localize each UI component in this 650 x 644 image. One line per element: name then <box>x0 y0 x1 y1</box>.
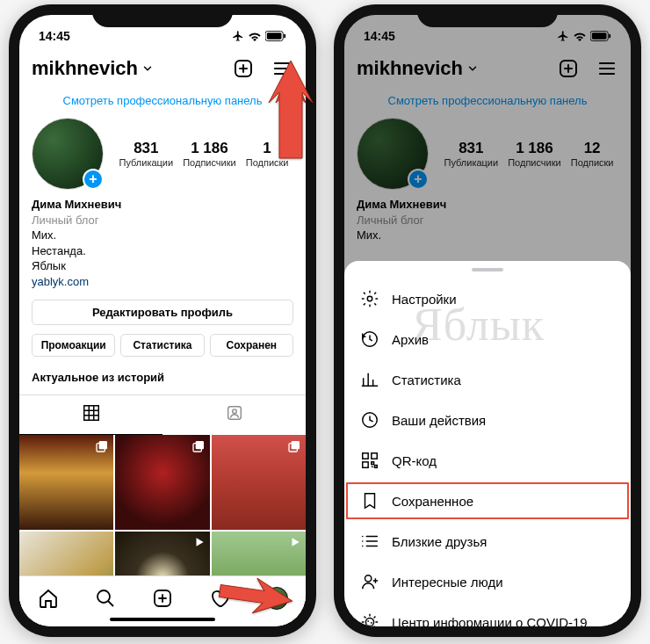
menu-activity[interactable]: Ваши действия <box>344 400 631 440</box>
screen-right: 14:45 mikhnevich <box>344 15 631 626</box>
svg-rect-21 <box>363 453 368 459</box>
hamburger-icon <box>596 58 618 79</box>
menu-discover[interactable]: Интересные люди <box>344 561 631 602</box>
plus-square-icon <box>152 588 173 609</box>
profile-header: mikhnevich <box>344 50 631 89</box>
menu-saved[interactable]: Сохраненное <box>344 481 631 521</box>
status-time: 14:45 <box>364 29 395 43</box>
wifi-icon <box>248 31 262 41</box>
add-story-icon[interactable]: + <box>83 169 104 190</box>
wifi-icon <box>573 31 587 41</box>
username-text: mikhnevich <box>357 57 463 80</box>
hamburger-menu-button[interactable] <box>271 57 293 80</box>
svg-rect-8 <box>195 441 203 449</box>
avatar[interactable]: + <box>357 118 429 190</box>
svg-point-12 <box>98 590 110 603</box>
tab-grid[interactable] <box>19 395 162 435</box>
pro-dashboard-link[interactable]: Смотреть профессиональную панель <box>344 89 631 114</box>
menu-qr[interactable]: QR-код <box>344 440 631 481</box>
stat-posts[interactable]: 831 Публикации <box>119 140 174 168</box>
bio-line: Нестанда. <box>32 243 293 259</box>
svg-point-18 <box>367 296 372 301</box>
username-dropdown[interactable]: mikhnevich <box>32 57 154 80</box>
battery-icon <box>265 31 286 41</box>
view-tabs <box>19 394 306 435</box>
menu-label: Ваши действия <box>392 413 486 428</box>
tab-tagged[interactable] <box>162 395 306 435</box>
status-icons <box>232 30 286 42</box>
tab-promo[interactable]: Промоакции <box>32 334 115 357</box>
avatar[interactable]: + <box>32 118 104 190</box>
tab-saved[interactable]: Сохранен <box>210 334 293 357</box>
screen-left: 14:45 mikhnevich <box>19 15 306 626</box>
stat-following[interactable]: 1 Подписки <box>246 140 289 168</box>
menu-label: Интересные люди <box>392 575 503 590</box>
svg-rect-10 <box>292 441 300 449</box>
gear-icon <box>360 289 379 308</box>
nav-profile[interactable] <box>265 587 288 610</box>
list-icon <box>360 532 379 551</box>
menu-covid[interactable]: Центр информации о COVID-19 <box>344 602 631 626</box>
carousel-icon <box>191 439 206 457</box>
username-dropdown[interactable]: mikhnevich <box>357 57 479 80</box>
menu-label: Настройки <box>392 292 457 307</box>
add-story-icon[interactable]: + <box>408 169 429 190</box>
tab-stats[interactable]: Статистика <box>120 334 204 357</box>
carousel-icon <box>287 439 301 457</box>
post-thumbnail[interactable] <box>19 435 113 529</box>
profile-header: mikhnevich <box>19 50 306 89</box>
bio-name: Дима Михневич <box>357 197 618 213</box>
archive-icon <box>360 329 379 349</box>
battery-icon <box>590 31 611 41</box>
notch <box>92 4 233 27</box>
stats-row: 831 Публикации 1 186 Подписчики 12 Подпи… <box>439 140 618 168</box>
menu-archive[interactable]: Архив <box>344 319 631 359</box>
bio-category: Личный блог <box>357 213 618 228</box>
menu-settings[interactable]: Настройки <box>344 279 631 319</box>
carousel-icon <box>95 439 109 457</box>
svg-rect-6 <box>99 441 107 449</box>
nav-home[interactable] <box>37 587 60 610</box>
nav-create[interactable] <box>151 587 174 610</box>
nav-activity[interactable] <box>208 587 231 610</box>
svg-rect-23 <box>363 462 368 467</box>
person-plus-icon <box>360 572 379 591</box>
clock-icon <box>360 410 379 430</box>
nav-search[interactable] <box>94 587 117 610</box>
pro-dashboard-link[interactable]: Смотреть профессиональную панель <box>19 89 306 114</box>
virus-icon <box>360 612 379 626</box>
bottom-nav <box>19 575 306 626</box>
bio: Дима Михневич Личный блог Мих. Нестанда.… <box>19 197 306 296</box>
menu-statistics[interactable]: Статистика <box>344 359 631 400</box>
svg-rect-2 <box>284 34 285 39</box>
home-icon <box>38 588 59 609</box>
svg-rect-15 <box>592 33 607 39</box>
hamburger-icon <box>271 58 292 79</box>
bio-link[interactable]: yablyk.com <box>32 274 293 290</box>
video-icon <box>289 536 301 552</box>
menu-label: Архив <box>392 332 429 347</box>
stat-following[interactable]: 12 Подписки <box>571 140 614 168</box>
bio-name: Дима Михневич <box>32 197 293 213</box>
stat-followers[interactable]: 1 186 Подписчики <box>508 140 561 168</box>
create-button[interactable] <box>557 57 580 80</box>
menu-label: QR-код <box>392 453 437 468</box>
hamburger-menu-button[interactable] <box>596 57 618 80</box>
create-button[interactable] <box>232 57 255 80</box>
svg-point-5 <box>232 409 236 414</box>
username-text: mikhnevich <box>32 57 138 80</box>
stat-posts[interactable]: 831 Публикации <box>444 140 499 168</box>
menu-sheet: Настройки Архив Статистика Ваши действия… <box>344 261 631 626</box>
post-thumbnail[interactable] <box>115 435 209 529</box>
highlights-label: Актуальное из историй <box>19 362 306 389</box>
profile-row: + 831 Публикации 1 186 Подписчики 1 Подп… <box>19 114 306 197</box>
sheet-handle[interactable] <box>472 268 503 271</box>
phone-left: 14:45 mikhnevich <box>9 4 316 637</box>
stat-followers[interactable]: 1 186 Подписчики <box>183 140 236 168</box>
post-thumbnail[interactable] <box>212 435 306 529</box>
airplane-icon <box>557 30 569 42</box>
edit-profile-button[interactable]: Редактировать профиль <box>32 300 293 325</box>
svg-point-27 <box>371 622 372 624</box>
menu-close-friends[interactable]: Близкие друзья <box>344 521 631 561</box>
status-icons <box>557 30 611 42</box>
